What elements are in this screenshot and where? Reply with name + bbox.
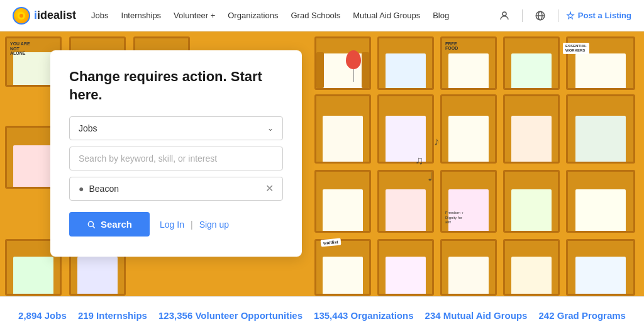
- chevron-down-icon: ⌄: [267, 124, 274, 133]
- search-actions: Search Log In | Sign up: [69, 212, 283, 237]
- nav-organizations[interactable]: Organizations: [228, 11, 278, 20]
- svg-line-7: [93, 226, 95, 228]
- music-note-1: ♪: [434, 135, 440, 148]
- profile-icon-button[interactable]: [494, 6, 514, 26]
- hero-section: YOU ARENOTALONE FREEFOOD: [0, 31, 644, 334]
- window-row3-3: Freedom +Dignity forall!!: [440, 170, 497, 233]
- location-pin-icon: ●: [79, 184, 84, 194]
- stat-internships[interactable]: 219 Internships: [78, 310, 147, 321]
- nav-jobs[interactable]: Jobs: [91, 11, 108, 20]
- stat-internships-number: 219 Internships: [78, 310, 147, 321]
- post-listing-button[interactable]: Post a Listing: [566, 11, 631, 20]
- essential-workers-sign: ESSENTIALWORKERS: [563, 43, 589, 54]
- window-row3-4: [503, 170, 560, 233]
- window-row3-1: [314, 170, 371, 233]
- nav-divider: [522, 9, 523, 22]
- svg-point-1: [19, 14, 23, 18]
- hero-title: Change requires action. Start here.: [69, 68, 283, 104]
- music-note-2: ♫: [415, 154, 424, 167]
- dropdown-value: Jobs: [79, 123, 97, 133]
- logo[interactable]: iidealist: [13, 7, 76, 25]
- window-bottom-r3: [440, 239, 497, 296]
- stat-mutual-number: 234 Mutual Aid Groups: [425, 310, 528, 321]
- navbar: iidealist Jobs Internships Volunteer + O…: [0, 0, 644, 31]
- window-row3-2: [377, 170, 434, 233]
- sparkle-icon: [566, 11, 575, 20]
- stat-volunteer-number: 123,356 Volunteer Opportunities: [158, 310, 303, 321]
- window-row3-5: [566, 170, 635, 233]
- window-right-2: [377, 36, 434, 90]
- nav-internships[interactable]: Internships: [121, 11, 162, 20]
- window-row2-5: [566, 94, 635, 164]
- stat-orgs-number: 135,443 Organizations: [314, 310, 413, 321]
- stat-mutual-aid[interactable]: 234 Mutual Aid Groups: [425, 310, 528, 321]
- post-listing-label: Post a Listing: [578, 11, 631, 20]
- window-right-4: [503, 36, 560, 90]
- window-bottom-r1: [314, 239, 371, 296]
- nav-actions: Post a Listing: [494, 6, 631, 26]
- location-clear-button[interactable]: ✕: [265, 184, 274, 194]
- stat-jobs[interactable]: 2,894 Jobs: [18, 310, 67, 321]
- window-bottom-r4: [503, 239, 560, 296]
- stat-grad-number: 242 Grad Programs: [539, 310, 626, 321]
- nav-grad-schools[interactable]: Grad Schools: [291, 11, 340, 20]
- nav-blog[interactable]: Blog: [433, 11, 449, 20]
- balloon-decoration: [346, 50, 361, 69]
- window-right-1: [314, 36, 371, 90]
- auth-links: Log In | Sign up: [160, 220, 229, 230]
- search-panel: Change requires action. Start here. Jobs…: [50, 50, 302, 257]
- stat-volunteer[interactable]: 123,356 Volunteer Opportunities: [158, 310, 303, 321]
- svg-point-2: [502, 12, 506, 16]
- login-link[interactable]: Log In: [160, 220, 184, 230]
- window-right-3: FREEFOOD: [440, 36, 497, 90]
- stat-jobs-number: 2,894 Jobs: [18, 310, 67, 321]
- window-row2-3: [440, 94, 497, 164]
- window-bottom-r5: [566, 239, 635, 296]
- nav-divider-2: [558, 9, 558, 22]
- stats-bar: 2,894 Jobs 219 Internships 123,356 Volun…: [0, 296, 644, 334]
- window-row2-4: [503, 94, 560, 164]
- window-row2-1: [314, 94, 371, 164]
- svg-point-6: [88, 221, 93, 226]
- window-row2-2: [377, 94, 434, 164]
- keyword-input[interactable]: [69, 147, 283, 170]
- listing-type-dropdown[interactable]: Jobs ⌄: [69, 116, 283, 140]
- nav-volunteer[interactable]: Volunteer +: [174, 11, 215, 20]
- music-note-3: ♩: [428, 170, 433, 184]
- window-bottom-r2: [377, 239, 434, 296]
- stat-grad[interactable]: 242 Grad Programs: [539, 310, 626, 321]
- logo-icon: [13, 7, 30, 25]
- stat-organizations[interactable]: 135,443 Organizations: [314, 310, 413, 321]
- location-input[interactable]: [89, 184, 265, 194]
- auth-separator: |: [191, 220, 193, 230]
- search-button[interactable]: Search: [69, 212, 150, 237]
- globe-icon-button[interactable]: [530, 6, 550, 26]
- location-field[interactable]: ● ✕: [69, 177, 283, 201]
- nav-links: Jobs Internships Volunteer + Organizatio…: [91, 11, 494, 20]
- signup-link[interactable]: Sign up: [199, 220, 229, 230]
- search-button-label: Search: [101, 219, 132, 230]
- search-icon: [87, 220, 96, 229]
- logo-text: iidealist: [34, 9, 76, 22]
- nav-mutual-aid[interactable]: Mutual Aid Groups: [353, 11, 420, 20]
